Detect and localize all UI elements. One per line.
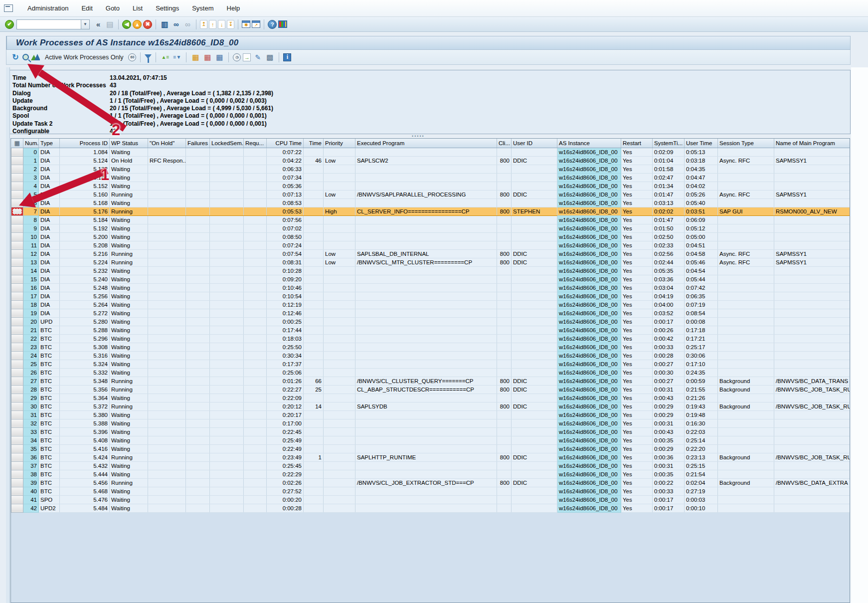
table-cell[interactable]: w16s24id8606_ID8_00	[557, 283, 621, 292]
table-cell[interactable]	[210, 249, 244, 258]
table-cell[interactable]: 0:01:47	[653, 190, 685, 199]
table-cell[interactable]: w16s24id8606_ID8_00	[557, 317, 621, 326]
table-cell[interactable]	[148, 292, 186, 300]
table-cell[interactable]: /BNWVS/CL_CLUSTER_QUERY=======CP	[355, 377, 497, 385]
table-cell[interactable]	[304, 504, 324, 512]
table-cell[interactable]: DDIC	[512, 190, 557, 199]
table-cell[interactable]: 42	[23, 504, 39, 512]
table-cell[interactable]	[355, 283, 497, 292]
table-cell[interactable]: BTC	[39, 453, 60, 461]
table-cell[interactable]: 0:00:29	[653, 410, 685, 419]
table-cell[interactable]	[210, 283, 244, 292]
table-cell[interactable]	[304, 300, 324, 309]
table-cell[interactable]: 5.264	[60, 300, 110, 309]
table-cell[interactable]	[186, 402, 210, 410]
table-cell[interactable]	[210, 351, 244, 360]
table-cell[interactable]	[244, 377, 267, 385]
table-cell[interactable]	[244, 182, 267, 190]
table-cell[interactable]: 5.356	[60, 385, 110, 394]
table-cell[interactable]	[186, 165, 210, 173]
table-cell[interactable]	[304, 148, 324, 156]
table-cell[interactable]	[186, 207, 210, 215]
table-cell[interactable]	[774, 444, 850, 453]
menu-item-edit[interactable]: Edit	[75, 3, 99, 13]
collapse-button[interactable]: «	[93, 20, 103, 28]
menu-item-help[interactable]: Help	[220, 3, 247, 13]
table-cell[interactable]	[210, 444, 244, 453]
table-cell[interactable]: 0:04:58	[685, 249, 718, 258]
table-cell[interactable]	[304, 495, 324, 504]
table-cell[interactable]: w16s24id8606_ID8_00	[557, 410, 621, 419]
table-cell[interactable]: Yes	[621, 258, 653, 266]
table-cell[interactable]: 1	[23, 156, 39, 165]
table-cell[interactable]	[774, 292, 850, 300]
table-cell[interactable]	[512, 215, 557, 224]
table-cell[interactable]	[148, 504, 186, 512]
table-cell[interactable]: 12	[23, 249, 39, 258]
table-cell[interactable]: 5.160	[60, 190, 110, 199]
table-cell[interactable]: 5.324	[60, 360, 110, 368]
table-cell[interactable]: Waiting	[110, 292, 148, 300]
table-cell[interactable]: w16s24id8606_ID8_00	[557, 148, 621, 156]
table-cell[interactable]: DIA	[39, 165, 60, 173]
table-cell[interactable]: Waiting	[110, 224, 148, 232]
table-cell[interactable]	[304, 165, 324, 173]
table-cell[interactable]	[148, 215, 186, 224]
table-cell[interactable]: 24	[23, 351, 39, 360]
table-cell[interactable]: 0:22:09	[267, 394, 304, 402]
table-cell[interactable]: 0:03:13	[653, 199, 685, 207]
table-cell[interactable]: 5.484	[60, 504, 110, 512]
table-cell[interactable]	[355, 368, 497, 377]
table-cell[interactable]	[497, 241, 512, 249]
table-cell[interactable]: CL_SERVER_INFO================CP	[355, 207, 497, 215]
table-cell[interactable]	[304, 275, 324, 283]
row-selector[interactable]	[11, 478, 23, 487]
table-cell[interactable]: 0:05:13	[685, 148, 718, 156]
table-cell[interactable]: w16s24id8606_ID8_00	[557, 478, 621, 487]
table-cell[interactable]	[774, 419, 850, 427]
table-cell[interactable]	[244, 199, 267, 207]
table-cell[interactable]: Waiting	[110, 173, 148, 182]
table-cell[interactable]	[244, 156, 267, 165]
table-cell[interactable]: 0:04:19	[653, 292, 685, 300]
table-cell[interactable]: w16s24id8606_ID8_00	[557, 258, 621, 266]
table-cell[interactable]	[244, 275, 267, 283]
table-cell[interactable]	[324, 215, 355, 224]
row-selector[interactable]	[11, 385, 23, 394]
table-cell[interactable]: Yes	[621, 207, 653, 215]
table-cell[interactable]: 21	[23, 326, 39, 334]
table-cell[interactable]	[304, 317, 324, 326]
table-cell[interactable]: 800	[497, 190, 512, 199]
table-cell[interactable]: 1	[304, 453, 324, 461]
table-cell[interactable]: w16s24id8606_ID8_00	[557, 207, 621, 215]
table-cell[interactable]: SAPLSCW2	[355, 156, 497, 165]
table-cell[interactable]: Yes	[621, 351, 653, 360]
table-cell[interactable]	[324, 427, 355, 436]
table-cell[interactable]: Waiting	[110, 275, 148, 283]
table-cell[interactable]: 0:04:51	[685, 241, 718, 249]
table-cell[interactable]: 0:00:35	[653, 470, 685, 478]
table-cell[interactable]	[718, 504, 774, 512]
table-cell[interactable]	[148, 377, 186, 385]
table-cell[interactable]	[497, 495, 512, 504]
table-cell[interactable]	[497, 309, 512, 317]
table-cell[interactable]	[324, 444, 355, 453]
row-selector[interactable]	[11, 419, 23, 427]
table-cell[interactable]: 4	[23, 182, 39, 190]
table-cell[interactable]: Yes	[621, 156, 653, 165]
row-selector[interactable]	[11, 148, 23, 156]
table-cell[interactable]: 0:00:35	[653, 436, 685, 444]
column-header-user-time[interactable]: User Time	[685, 139, 718, 148]
table-cell[interactable]	[718, 182, 774, 190]
table-cell[interactable]	[210, 410, 244, 419]
table-cell[interactable]: 14	[304, 402, 324, 410]
table-cell[interactable]: 3	[23, 173, 39, 182]
table-cell[interactable]	[210, 334, 244, 343]
table-cell[interactable]: DIA	[39, 266, 60, 275]
table-cell[interactable]	[210, 402, 244, 410]
table-cell[interactable]: 6	[23, 199, 39, 207]
table-cell[interactable]: 0:04:02	[685, 182, 718, 190]
row-selector[interactable]	[11, 410, 23, 419]
table-cell[interactable]: 0:03:52	[653, 309, 685, 317]
table-cell[interactable]: DIA	[39, 241, 60, 249]
